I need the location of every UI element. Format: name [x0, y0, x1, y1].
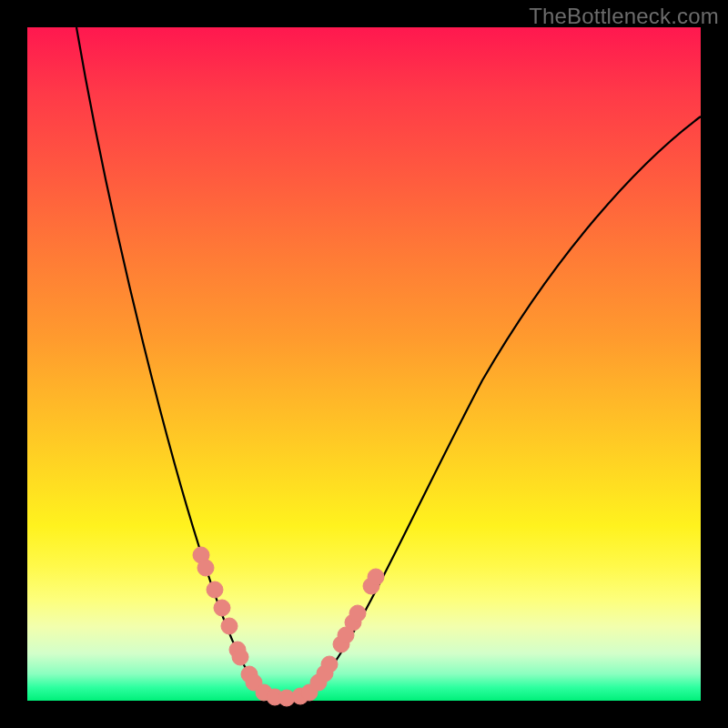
plot-area — [27, 27, 701, 701]
data-point-dot — [197, 560, 214, 576]
data-point-dot — [207, 581, 223, 598]
curve-svg — [27, 27, 701, 701]
data-point-dot — [321, 656, 338, 672]
data-point-dot — [368, 569, 384, 585]
bottleneck-curve — [76, 27, 701, 700]
watermark-text: TheBottleneck.com — [529, 4, 719, 29]
dot-layer — [193, 547, 384, 706]
chart-frame: TheBottleneck.com — [0, 0, 728, 728]
data-point-dot — [214, 600, 230, 616]
data-point-dot — [221, 618, 238, 634]
data-point-dot — [349, 605, 366, 622]
data-point-dot — [232, 649, 248, 665]
